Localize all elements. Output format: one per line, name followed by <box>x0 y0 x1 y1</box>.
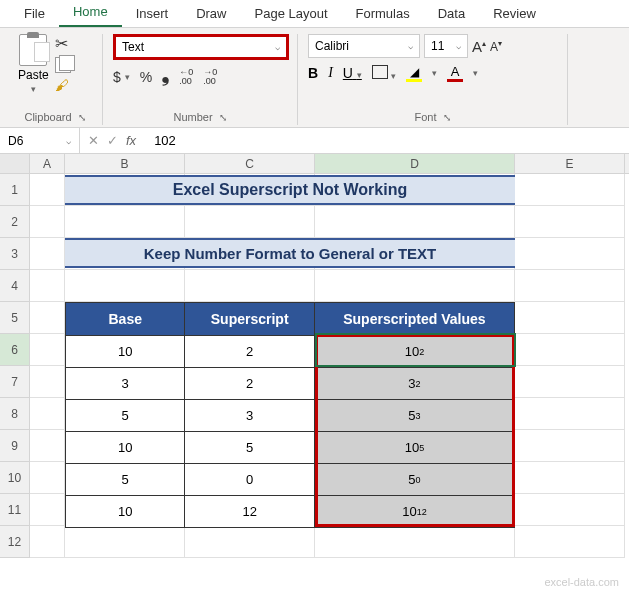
col-header-E[interactable]: E <box>515 154 625 173</box>
tab-insert[interactable]: Insert <box>122 0 183 27</box>
row-header-11[interactable]: 11 <box>0 494 30 526</box>
decrease-font-button[interactable]: A▾ <box>490 39 502 54</box>
number-format-dropdown[interactable]: Text ⌵ <box>113 34 289 60</box>
format-painter-icon[interactable]: 🖌 <box>55 77 71 93</box>
number-group: Text ⌵ $ ▾ % ❟ ←0.00 →0.00 Number⤡ <box>103 34 298 125</box>
cell-base[interactable]: 10 <box>66 432 185 463</box>
tab-data[interactable]: Data <box>424 0 479 27</box>
title-sub: Keep Number Format to General or TEXT <box>65 238 515 268</box>
col-header-B[interactable]: B <box>65 154 185 173</box>
cell-base[interactable]: 3 <box>66 368 185 399</box>
increase-decimal-button[interactable]: ←0.00 <box>179 68 193 86</box>
font-launcher-icon[interactable]: ⤡ <box>443 112 451 123</box>
tab-page-layout[interactable]: Page Layout <box>241 0 342 27</box>
copy-icon[interactable] <box>55 57 71 73</box>
header-base: Base <box>66 303 185 335</box>
row-header-10[interactable]: 10 <box>0 462 30 494</box>
select-all-corner[interactable] <box>0 154 30 173</box>
font-color-icon: A <box>451 64 460 79</box>
number-launcher-icon[interactable]: ⤡ <box>219 112 227 123</box>
col-header-C[interactable]: C <box>185 154 315 173</box>
row-header-1[interactable]: 1 <box>0 174 30 206</box>
font-label: Font <box>414 111 436 123</box>
border-button[interactable]: ▾ <box>372 65 396 82</box>
italic-button[interactable]: I <box>328 65 333 81</box>
cell-sup[interactable]: 3 <box>185 400 314 431</box>
font-name-dropdown[interactable]: Calibri⌵ <box>308 34 420 58</box>
clipboard-launcher-icon[interactable]: ⤡ <box>78 112 86 123</box>
data-table: Base Superscript Superscripted Values 10… <box>65 302 515 528</box>
cell-sup[interactable]: 5 <box>185 432 314 463</box>
clipboard-group: Paste ▾ ✂ 🖌 Clipboard⤡ <box>8 34 103 125</box>
cell-base[interactable]: 10 <box>66 496 185 527</box>
cell-value[interactable]: 32 <box>315 368 514 399</box>
font-size-value: 11 <box>431 39 444 53</box>
chevron-down-icon: ⌵ <box>66 136 71 146</box>
tab-file[interactable]: File <box>10 0 59 27</box>
formula-bar-row: D6 ⌵ ✕ ✓ fx 102 <box>0 128 629 154</box>
tab-review[interactable]: Review <box>479 0 550 27</box>
watermark: excel-data.com <box>544 576 619 588</box>
cancel-icon[interactable]: ✕ <box>88 133 99 148</box>
cell-value[interactable]: 1012 <box>315 496 514 527</box>
bold-button[interactable]: B <box>308 65 318 81</box>
row-header-2[interactable]: 2 <box>0 206 30 238</box>
chevron-down-icon: ▾ <box>31 84 36 94</box>
number-label: Number <box>173 111 212 123</box>
cell-value[interactable]: 105 <box>315 432 514 463</box>
increase-font-button[interactable]: A▴ <box>472 38 486 55</box>
spreadsheet-grid: A B C D E 1 2 3 4 5 6 7 8 9 10 11 12 Exc… <box>0 154 629 558</box>
row-header-8[interactable]: 8 <box>0 398 30 430</box>
row-header-9[interactable]: 9 <box>0 430 30 462</box>
row-header-7[interactable]: 7 <box>0 366 30 398</box>
bucket-icon: ◢ <box>410 65 419 79</box>
paste-label: Paste <box>18 68 49 82</box>
chevron-down-icon: ⌵ <box>275 42 280 52</box>
fx-icon[interactable]: fx <box>126 133 136 148</box>
row-header-12[interactable]: 12 <box>0 526 30 558</box>
tab-formulas[interactable]: Formulas <box>342 0 424 27</box>
cell-sup[interactable]: 0 <box>185 464 314 495</box>
font-color-button[interactable]: A <box>447 64 463 82</box>
tab-draw[interactable]: Draw <box>182 0 240 27</box>
cell-sup[interactable]: 12 <box>185 496 314 527</box>
cell-value[interactable]: 53 <box>315 400 514 431</box>
decrease-decimal-button[interactable]: →0.00 <box>203 68 217 86</box>
currency-button[interactable]: $ ▾ <box>113 69 130 85</box>
paste-button[interactable]: Paste ▾ <box>18 34 49 94</box>
col-header-D[interactable]: D <box>315 154 515 173</box>
cell-value[interactable]: 102 <box>315 336 514 367</box>
underline-button[interactable]: U ▾ <box>343 65 362 81</box>
ribbon-tabs: File Home Insert Draw Page Layout Formul… <box>0 0 629 28</box>
font-name-value: Calibri <box>315 39 349 53</box>
cell-base[interactable]: 5 <box>66 400 185 431</box>
name-box[interactable]: D6 ⌵ <box>0 128 80 153</box>
header-superscript: Superscript <box>185 303 314 335</box>
formula-bar-input[interactable]: 102 <box>154 133 176 148</box>
enter-icon[interactable]: ✓ <box>107 133 118 148</box>
row-header-6[interactable]: 6 <box>0 334 30 366</box>
cell-base[interactable]: 5 <box>66 464 185 495</box>
paste-icon <box>19 34 47 66</box>
chevron-down-icon: ⌵ <box>456 41 461 51</box>
title-main: Excel Superscript Not Working <box>65 175 515 205</box>
name-box-value: D6 <box>8 134 23 148</box>
cut-icon[interactable]: ✂ <box>55 34 71 53</box>
comma-button[interactable]: ❟ <box>162 66 169 87</box>
percent-button[interactable]: % <box>140 69 152 85</box>
row-header-5[interactable]: 5 <box>0 302 30 334</box>
row-header-3[interactable]: 3 <box>0 238 30 270</box>
col-header-A[interactable]: A <box>30 154 65 173</box>
chevron-down-icon: ⌵ <box>408 41 413 51</box>
cell-sup[interactable]: 2 <box>185 336 314 367</box>
clipboard-label: Clipboard <box>24 111 71 123</box>
cell-base[interactable]: 10 <box>66 336 185 367</box>
fill-color-button[interactable]: ◢ <box>406 65 422 82</box>
font-group: Calibri⌵ 11⌵ A▴ A▾ B I U ▾ ▾ ◢▾ A▾ Font⤡ <box>298 34 568 125</box>
header-values: Superscripted Values <box>315 303 514 335</box>
font-size-dropdown[interactable]: 11⌵ <box>424 34 468 58</box>
row-header-4[interactable]: 4 <box>0 270 30 302</box>
cell-value[interactable]: 50 <box>315 464 514 495</box>
tab-home[interactable]: Home <box>59 0 122 27</box>
cell-sup[interactable]: 2 <box>185 368 314 399</box>
